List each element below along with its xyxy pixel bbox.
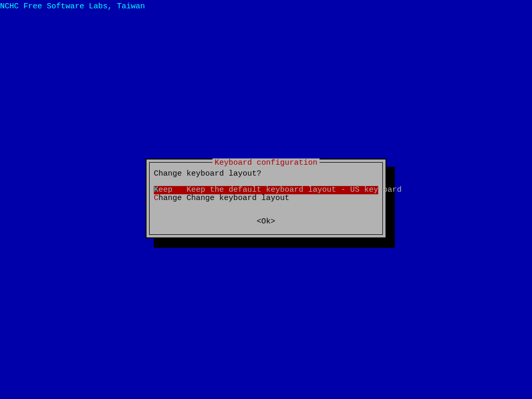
menu-description: Change keyboard layout: [187, 194, 289, 203]
dialog-title: Keyboard configuration: [212, 158, 320, 167]
ok-button[interactable]: <Ok>: [257, 217, 275, 226]
menu-label-rest: hange: [158, 194, 182, 203]
menu-item-change[interactable]: Change Change keyboard layout: [154, 194, 378, 203]
header-org-text: NCHC Free Software Labs, Taiwan: [0, 2, 145, 11]
hotkey-letter: C: [154, 194, 158, 203]
menu-item-keep[interactable]: Keep Keep the default keyboard layout - …: [154, 186, 378, 194]
hotkey-letter: K: [154, 185, 158, 194]
menu-description: Keep the default keyboard layout - US ke…: [187, 185, 402, 194]
menu-spacing: [182, 194, 187, 203]
menu-list: Keep Keep the default keyboard layout - …: [154, 186, 378, 203]
keyboard-config-dialog: Keyboard configuration Change keyboard l…: [145, 158, 387, 238]
menu-label-rest: eep: [158, 185, 172, 194]
dialog-prompt: Change keyboard layout?: [154, 169, 261, 178]
menu-spacing: [172, 185, 187, 194]
